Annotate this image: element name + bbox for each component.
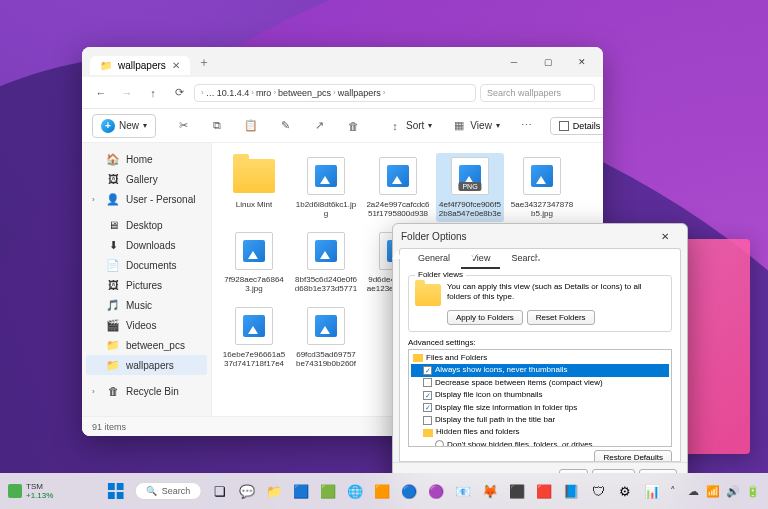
copy-button[interactable]: ⧉: [202, 115, 232, 137]
reset-folders-button[interactable]: Reset Folders: [527, 310, 595, 325]
sidebar-item-between[interactable]: 📁between_pcs: [86, 335, 207, 355]
battery-icon[interactable]: 🔋: [746, 484, 760, 498]
stock-icon: [8, 484, 22, 498]
app-icon[interactable]: 🟥: [532, 479, 556, 503]
sidebar-item-pictures[interactable]: 🖼Pictures: [86, 275, 207, 295]
app-icon[interactable]: 🔵: [397, 479, 421, 503]
close-tab-icon[interactable]: ✕: [172, 60, 180, 71]
tree-item[interactable]: Decrease space between items (compact vi…: [411, 377, 669, 389]
share-button[interactable]: ↗: [304, 115, 334, 137]
task-view-button[interactable]: ❏: [208, 479, 232, 503]
app-icon[interactable]: 📧: [451, 479, 475, 503]
app-icon[interactable]: 📁: [262, 479, 286, 503]
start-button[interactable]: [104, 479, 128, 503]
file-item[interactable]: 69fcd35ad69757be74319b0b260f4e7f.jpg: [292, 303, 360, 372]
picture-icon: 🖼: [106, 278, 120, 292]
widgets-button[interactable]: TSM+1.13%: [8, 482, 53, 500]
sidebar-item-downloads[interactable]: ⬇Downloads: [86, 235, 207, 255]
details-pane-button[interactable]: Details: [550, 117, 603, 135]
more-button[interactable]: ⋯: [512, 115, 542, 137]
tree-item[interactable]: ✓Display file icon on thumbnails: [411, 389, 669, 401]
file-item[interactable]: 2a24e997cafcdc651f1795800d938a1e47e0ebe4…: [364, 153, 432, 222]
maximize-button[interactable]: ▢: [531, 47, 565, 77]
tab-general[interactable]: General: [408, 249, 460, 269]
video-icon: 🎬: [106, 318, 120, 332]
cut-button[interactable]: ✂: [168, 115, 198, 137]
app-icon[interactable]: 🌐: [343, 479, 367, 503]
app-icon[interactable]: ⚙: [613, 479, 637, 503]
tree-item[interactable]: ✓Always show icons, never thumbnails: [411, 364, 669, 376]
file-item[interactable]: Linux Mint: [220, 153, 288, 222]
svg-rect-3: [117, 492, 124, 499]
file-item[interactable]: PNG4ef4f790fce906f52b8a547e0e8b3e59.jpg: [436, 153, 504, 222]
tree-item[interactable]: Display the full path in the title bar: [411, 414, 669, 426]
paste-icon: 📋: [244, 119, 258, 133]
sidebar-item-gallery[interactable]: 🖼Gallery: [86, 169, 207, 189]
new-button[interactable]: +New▾: [92, 114, 156, 138]
tree-item[interactable]: Hidden files and folders: [411, 426, 669, 438]
taskbar: TSM+1.13% 🔍Search ❏ 💬 📁 🟦 🟩 🌐 🟧 🔵 🟣 📧 🦊 …: [0, 473, 768, 509]
file-item[interactable]: 5ae34327347878b5.jpg: [508, 153, 576, 222]
app-icon[interactable]: 📘: [559, 479, 583, 503]
sort-button[interactable]: ↕Sort▾: [380, 115, 440, 137]
sidebar-item-desktop[interactable]: 🖥Desktop: [86, 215, 207, 235]
app-icon[interactable]: 🟩: [316, 479, 340, 503]
taskbar-search[interactable]: 🔍Search: [135, 482, 202, 500]
view-icon: ▦: [452, 119, 466, 133]
up-button[interactable]: ↑: [142, 82, 164, 104]
view-button[interactable]: ▦View▾: [444, 115, 508, 137]
home-icon: 🏠: [106, 152, 120, 166]
dialog-close-button[interactable]: ✕: [651, 226, 679, 246]
address-bar: ← → ↑ ⟳ › … 10.1.4.4› mro› between_pcs› …: [82, 77, 603, 109]
paste-button[interactable]: 📋: [236, 115, 266, 137]
app-icon[interactable]: 🟣: [424, 479, 448, 503]
app-icon[interactable]: 🟧: [370, 479, 394, 503]
advanced-settings-tree[interactable]: Files and Folders✓Always show icons, nev…: [408, 349, 672, 447]
delete-button[interactable]: 🗑: [338, 115, 368, 137]
breadcrumb[interactable]: › … 10.1.4.4› mro› between_pcs› wallpape…: [194, 84, 476, 102]
sidebar-item-music[interactable]: 🎵Music: [86, 295, 207, 315]
file-item[interactable]: 8bf35c6d240e0f6d68b1e373d57710b496cbfc84…: [292, 228, 360, 297]
sidebar-item-wallpapers[interactable]: 📁wallpapers: [86, 355, 207, 375]
apply-to-folders-button[interactable]: Apply to Folders: [447, 310, 523, 325]
svg-rect-1: [117, 483, 124, 490]
new-tab-button[interactable]: ＋: [198, 54, 210, 71]
sidebar-item-recycle[interactable]: ›🗑Recycle Bin: [86, 381, 207, 401]
refresh-button[interactable]: ⟳: [168, 82, 190, 104]
restore-defaults-button[interactable]: Restore Defaults: [594, 450, 672, 461]
gallery-icon: 🖼: [106, 172, 120, 186]
file-item[interactable]: 16ebe7e96661a537d741718f17e40a78.jpg: [220, 303, 288, 372]
tab-title: wallpapers: [118, 60, 166, 71]
app-icon[interactable]: 🟦: [289, 479, 313, 503]
chevron-up-icon[interactable]: ˄: [666, 484, 680, 498]
wifi-icon[interactable]: 📶: [706, 484, 720, 498]
back-button[interactable]: ←: [90, 82, 112, 104]
tree-item[interactable]: Don't show hidden files, folders, or dri…: [411, 439, 669, 447]
forward-button[interactable]: →: [116, 82, 138, 104]
close-button[interactable]: ✕: [565, 47, 599, 77]
document-icon: 📄: [106, 258, 120, 272]
app-icon[interactable]: 📊: [640, 479, 664, 503]
sidebar-item-documents[interactable]: 📄Documents: [86, 255, 207, 275]
system-tray[interactable]: ˄ ☁ 📶 🔊 🔋: [666, 484, 760, 498]
search-input[interactable]: Search wallpapers: [480, 84, 595, 102]
sidebar-item-videos[interactable]: 🎬Videos: [86, 315, 207, 335]
share-icon: ↗: [312, 119, 326, 133]
sidebar-item-user[interactable]: ›👤User - Personal: [86, 189, 207, 209]
svg-rect-2: [108, 492, 115, 499]
app-icon[interactable]: 💬: [235, 479, 259, 503]
app-icon[interactable]: 🛡: [586, 479, 610, 503]
minimize-button[interactable]: ─: [497, 47, 531, 77]
search-icon: 🔍: [146, 486, 157, 496]
file-item[interactable]: 1b2d6i8dt6kc1.jpg: [292, 153, 360, 222]
window-tab[interactable]: 📁 wallpapers ✕: [90, 56, 190, 75]
app-icon[interactable]: 🦊: [478, 479, 502, 503]
sidebar-item-home[interactable]: 🏠Home: [86, 149, 207, 169]
tree-item[interactable]: ✓Display file size information in folder…: [411, 402, 669, 414]
folder-icon: 📁: [106, 358, 120, 372]
rename-button[interactable]: ✎: [270, 115, 300, 137]
file-item[interactable]: 7f928aec7a68643.jpg: [220, 228, 288, 297]
app-icon[interactable]: ⬛: [505, 479, 529, 503]
onedrive-icon[interactable]: ☁: [686, 484, 700, 498]
volume-icon[interactable]: 🔊: [726, 484, 740, 498]
